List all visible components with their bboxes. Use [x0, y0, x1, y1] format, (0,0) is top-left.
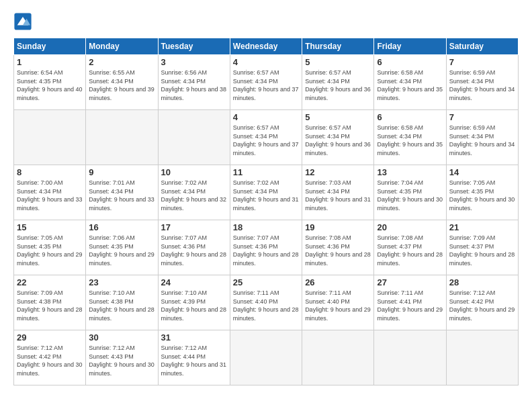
header-monday: Monday — [86, 38, 158, 55]
calendar-cell: 7 Sunrise: 6:59 AM Sunset: 4:34 PM Dayli… — [446, 55, 518, 110]
day-info: Sunrise: 7:10 AM Sunset: 4:38 PM Dayligh… — [89, 289, 154, 322]
day-number: 22 — [17, 277, 83, 287]
day-info: Sunrise: 7:12 AM Sunset: 4:42 PM Dayligh… — [17, 344, 83, 377]
header-sunday: Sunday — [14, 38, 86, 55]
calendar-cell: 15 Sunrise: 7:05 AM Sunset: 4:35 PM Dayl… — [14, 220, 86, 275]
day-info: Sunrise: 6:57 AM Sunset: 4:34 PM Dayligh… — [233, 68, 299, 102]
calendar-cell: 24 Sunrise: 7:10 AM Sunset: 4:39 PM Dayl… — [158, 275, 230, 330]
calendar-cell: 6 Sunrise: 6:58 AM Sunset: 4:34 PM Dayli… — [374, 55, 446, 110]
calendar-cell — [446, 330, 518, 385]
day-number: 21 — [449, 222, 515, 232]
day-info: Sunrise: 6:58 AM Sunset: 4:34 PM Dayligh… — [377, 68, 443, 102]
calendar-week-row: 8 Sunrise: 7:00 AM Sunset: 4:34 PM Dayli… — [14, 165, 519, 220]
logo-icon — [13, 12, 32, 31]
calendar-cell: 1 Sunrise: 6:54 AM Sunset: 4:35 PM Dayli… — [14, 55, 86, 110]
calendar-cell: 14 Sunrise: 7:05 AM Sunset: 4:35 PM Dayl… — [446, 165, 518, 220]
calendar-cell: 27 Sunrise: 7:11 AM Sunset: 4:41 PM Dayl… — [374, 275, 446, 330]
day-number: 8 — [17, 167, 83, 177]
day-info: Sunrise: 7:06 AM Sunset: 4:35 PM Dayligh… — [89, 234, 154, 267]
day-number: 7 — [449, 112, 515, 122]
day-info: Sunrise: 6:57 AM Sunset: 4:34 PM Dayligh… — [305, 68, 371, 102]
day-number: 18 — [233, 222, 299, 232]
day-info: Sunrise: 6:54 AM Sunset: 4:35 PM Dayligh… — [17, 68, 83, 102]
day-number: 11 — [233, 167, 299, 177]
day-number: 19 — [305, 222, 371, 232]
day-number: 16 — [89, 222, 154, 232]
day-number: 2 — [89, 57, 154, 67]
day-info: Sunrise: 7:09 AM Sunset: 4:38 PM Dayligh… — [17, 289, 83, 322]
calendar-cell — [86, 110, 158, 165]
calendar-cell: 29 Sunrise: 7:12 AM Sunset: 4:42 PM Dayl… — [14, 330, 86, 385]
header-wednesday: Wednesday — [230, 38, 302, 55]
header-thursday: Thursday — [302, 38, 374, 55]
calendar-cell: 4 Sunrise: 6:57 AM Sunset: 4:34 PM Dayli… — [230, 110, 302, 165]
calendar-cell: 26 Sunrise: 7:11 AM Sunset: 4:40 PM Dayl… — [302, 275, 374, 330]
day-info: Sunrise: 6:59 AM Sunset: 4:34 PM Dayligh… — [449, 124, 515, 157]
header-tuesday: Tuesday — [158, 38, 230, 55]
day-number: 20 — [377, 222, 443, 232]
day-info: Sunrise: 7:08 AM Sunset: 4:36 PM Dayligh… — [305, 234, 371, 267]
day-number: 5 — [305, 112, 371, 122]
day-info: Sunrise: 7:05 AM Sunset: 4:35 PM Dayligh… — [17, 234, 83, 267]
day-info: Sunrise: 7:00 AM Sunset: 4:34 PM Dayligh… — [17, 179, 83, 212]
day-number: 30 — [89, 332, 154, 342]
calendar-week-row: 22 Sunrise: 7:09 AM Sunset: 4:38 PM Dayl… — [14, 275, 519, 330]
calendar-cell: 30 Sunrise: 7:12 AM Sunset: 4:43 PM Dayl… — [86, 330, 158, 385]
day-info: Sunrise: 7:08 AM Sunset: 4:37 PM Dayligh… — [377, 234, 443, 267]
day-number: 31 — [161, 332, 227, 342]
day-number: 3 — [161, 57, 227, 67]
calendar-cell: 2 Sunrise: 6:55 AM Sunset: 4:34 PM Dayli… — [86, 55, 158, 110]
calendar-cell: 20 Sunrise: 7:08 AM Sunset: 4:37 PM Dayl… — [374, 220, 446, 275]
calendar-week-row: 15 Sunrise: 7:05 AM Sunset: 4:35 PM Dayl… — [14, 220, 519, 275]
calendar-table: Sunday Monday Tuesday Wednesday Thursday… — [13, 38, 519, 385]
calendar-cell — [374, 330, 446, 385]
calendar-cell: 3 Sunrise: 6:56 AM Sunset: 4:34 PM Dayli… — [158, 55, 230, 110]
day-info: Sunrise: 6:59 AM Sunset: 4:34 PM Dayligh… — [449, 68, 515, 102]
header — [13, 12, 519, 31]
day-info: Sunrise: 7:03 AM Sunset: 4:34 PM Dayligh… — [305, 179, 371, 212]
day-number: 13 — [377, 167, 443, 177]
calendar-cell: 16 Sunrise: 7:06 AM Sunset: 4:35 PM Dayl… — [86, 220, 158, 275]
calendar-week-row: 29 Sunrise: 7:12 AM Sunset: 4:42 PM Dayl… — [14, 330, 519, 385]
day-info: Sunrise: 7:12 AM Sunset: 4:43 PM Dayligh… — [89, 344, 154, 377]
day-number: 25 — [233, 277, 299, 287]
day-info: Sunrise: 7:09 AM Sunset: 4:37 PM Dayligh… — [449, 234, 515, 267]
calendar-cell: 18 Sunrise: 7:07 AM Sunset: 4:36 PM Dayl… — [230, 220, 302, 275]
day-info: Sunrise: 7:02 AM Sunset: 4:34 PM Dayligh… — [161, 179, 227, 212]
day-number: 27 — [377, 277, 443, 287]
calendar-cell: 17 Sunrise: 7:07 AM Sunset: 4:36 PM Dayl… — [158, 220, 230, 275]
day-info: Sunrise: 6:55 AM Sunset: 4:34 PM Dayligh… — [89, 68, 154, 102]
day-info: Sunrise: 7:12 AM Sunset: 4:42 PM Dayligh… — [449, 289, 515, 322]
day-info: Sunrise: 6:57 AM Sunset: 4:34 PM Dayligh… — [233, 124, 299, 157]
calendar-cell: 5 Sunrise: 6:57 AM Sunset: 4:34 PM Dayli… — [302, 110, 374, 165]
calendar-cell: 23 Sunrise: 7:10 AM Sunset: 4:38 PM Dayl… — [86, 275, 158, 330]
day-info: Sunrise: 7:11 AM Sunset: 4:40 PM Dayligh… — [233, 289, 299, 322]
header-friday: Friday — [374, 38, 446, 55]
calendar-cell — [302, 330, 374, 385]
day-number: 29 — [17, 332, 83, 342]
day-info: Sunrise: 7:04 AM Sunset: 4:35 PM Dayligh… — [377, 179, 443, 212]
calendar-cell: 13 Sunrise: 7:04 AM Sunset: 4:35 PM Dayl… — [374, 165, 446, 220]
calendar-cell: 10 Sunrise: 7:02 AM Sunset: 4:34 PM Dayl… — [158, 165, 230, 220]
day-info: Sunrise: 7:07 AM Sunset: 4:36 PM Dayligh… — [161, 234, 227, 267]
day-number: 4 — [233, 112, 299, 122]
calendar-cell: 19 Sunrise: 7:08 AM Sunset: 4:36 PM Dayl… — [302, 220, 374, 275]
weekday-header-row: Sunday Monday Tuesday Wednesday Thursday… — [14, 38, 519, 55]
calendar-cell: 4 Sunrise: 6:57 AM Sunset: 4:34 PM Dayli… — [230, 55, 302, 110]
day-number: 4 — [233, 57, 299, 67]
calendar-cell: 31 Sunrise: 7:12 AM Sunset: 4:44 PM Dayl… — [158, 330, 230, 385]
day-info: Sunrise: 7:10 AM Sunset: 4:39 PM Dayligh… — [161, 289, 227, 322]
day-number: 12 — [305, 167, 371, 177]
day-number: 26 — [305, 277, 371, 287]
calendar-cell: 7 Sunrise: 6:59 AM Sunset: 4:34 PM Dayli… — [446, 110, 518, 165]
day-info: Sunrise: 7:11 AM Sunset: 4:40 PM Dayligh… — [305, 289, 371, 322]
day-info: Sunrise: 7:11 AM Sunset: 4:41 PM Dayligh… — [377, 289, 443, 322]
day-number: 6 — [377, 112, 443, 122]
calendar-cell: 28 Sunrise: 7:12 AM Sunset: 4:42 PM Dayl… — [446, 275, 518, 330]
calendar-cell — [230, 330, 302, 385]
day-number: 17 — [161, 222, 227, 232]
calendar-cell: 22 Sunrise: 7:09 AM Sunset: 4:38 PM Dayl… — [14, 275, 86, 330]
day-number: 10 — [161, 167, 227, 177]
day-number: 6 — [377, 57, 443, 67]
day-number: 14 — [449, 167, 515, 177]
